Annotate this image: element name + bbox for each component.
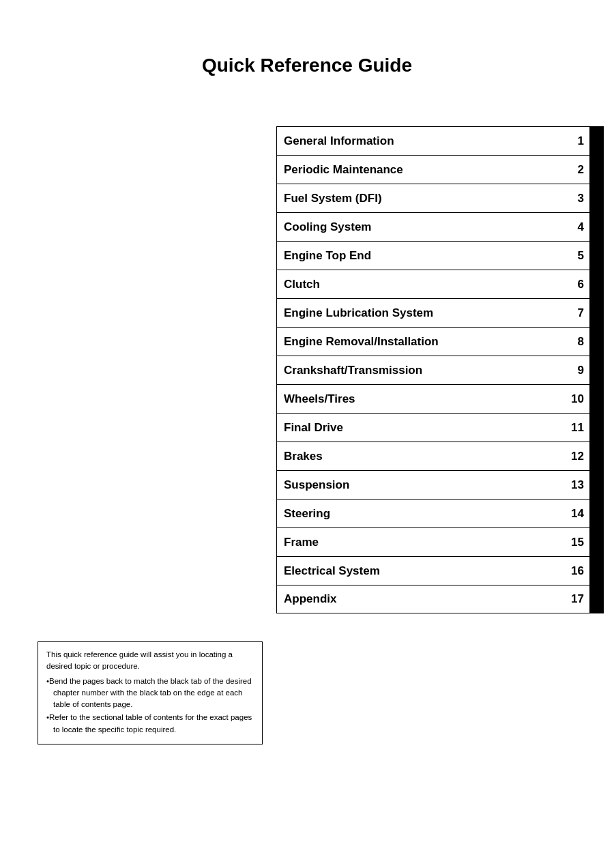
toc-number: 3 — [566, 192, 589, 205]
toc-number: 9 — [566, 364, 589, 377]
toc-tab — [589, 156, 603, 184]
toc-row: Appendix17 — [276, 585, 604, 613]
toc-label: Fuel System (DFI) — [277, 192, 566, 205]
toc-label: Engine Lubrication System — [277, 306, 566, 320]
toc-row: Wheels/Tires10 — [276, 384, 604, 413]
toc-number: 4 — [566, 220, 589, 234]
toc-number: 6 — [566, 278, 589, 291]
toc-tab — [589, 242, 603, 270]
toc-number: 13 — [566, 478, 589, 492]
toc-tab — [589, 585, 603, 613]
toc-number: 17 — [566, 592, 589, 606]
toc-tab — [589, 557, 603, 585]
toc-tab — [589, 471, 603, 500]
toc-number: 7 — [566, 306, 589, 320]
toc-row: General Information1 — [276, 126, 604, 155]
info-bullet-2: •Refer to the sectional table of content… — [53, 712, 254, 736]
toc-tab — [589, 442, 603, 471]
toc-label: Clutch — [277, 278, 566, 291]
toc-label: Final Drive — [277, 421, 566, 435]
toc-row: Fuel System (DFI)3 — [276, 184, 604, 212]
table-of-contents: General Information1Periodic Maintenance… — [276, 126, 604, 613]
toc-label: Wheels/Tires — [277, 392, 566, 406]
toc-number: 15 — [566, 536, 589, 549]
toc-tab — [589, 127, 603, 156]
info-bullet-1: •Bend the pages back to match the black … — [53, 676, 254, 711]
toc-label: Steering — [277, 507, 566, 521]
toc-row: Steering14 — [276, 499, 604, 527]
toc-tab — [589, 414, 603, 442]
toc-row: Final Drive11 — [276, 413, 604, 442]
toc-row: Engine Top End5 — [276, 241, 604, 270]
toc-number: 8 — [566, 335, 589, 349]
toc-row: Brakes12 — [276, 442, 604, 470]
toc-tab — [589, 356, 603, 385]
toc-number: 10 — [566, 392, 589, 406]
toc-label: Engine Top End — [277, 249, 566, 263]
toc-tab — [589, 528, 603, 557]
info-intro: This quick reference guide will assist y… — [46, 649, 254, 673]
page-title: Quick Reference Guide — [0, 0, 614, 104]
toc-number: 11 — [566, 421, 589, 435]
toc-number: 12 — [566, 450, 589, 463]
toc-tab — [589, 213, 603, 242]
toc-label: Appendix — [277, 592, 566, 606]
toc-label: General Information — [277, 134, 566, 148]
toc-number: 2 — [566, 163, 589, 177]
toc-label: Cooling System — [277, 220, 566, 234]
toc-label: Brakes — [277, 450, 566, 463]
toc-number: 16 — [566, 564, 589, 578]
toc-tab — [589, 328, 603, 356]
toc-tab — [589, 184, 603, 213]
toc-label: Engine Removal/Installation — [277, 335, 566, 349]
toc-row: Suspension13 — [276, 470, 604, 499]
toc-number: 1 — [566, 134, 589, 148]
toc-label: Periodic Maintenance — [277, 163, 566, 177]
toc-number: 5 — [566, 249, 589, 263]
toc-row: Engine Removal/Installation8 — [276, 327, 604, 356]
toc-label: Electrical System — [277, 564, 566, 578]
toc-row: Crankshaft/Transmission9 — [276, 356, 604, 384]
info-box: This quick reference guide will assist y… — [38, 641, 263, 744]
toc-label: Suspension — [277, 478, 566, 492]
toc-row: Cooling System4 — [276, 212, 604, 241]
toc-tab — [589, 270, 603, 299]
toc-label: Crankshaft/Transmission — [277, 364, 566, 377]
toc-row: Periodic Maintenance2 — [276, 155, 604, 184]
toc-label: Frame — [277, 536, 566, 549]
toc-number: 14 — [566, 507, 589, 521]
toc-row: Frame15 — [276, 527, 604, 556]
toc-row: Engine Lubrication System7 — [276, 298, 604, 327]
toc-row: Clutch6 — [276, 270, 604, 298]
toc-tab — [589, 500, 603, 528]
toc-row: Electrical System16 — [276, 556, 604, 585]
toc-tab — [589, 385, 603, 414]
toc-tab — [589, 299, 603, 328]
